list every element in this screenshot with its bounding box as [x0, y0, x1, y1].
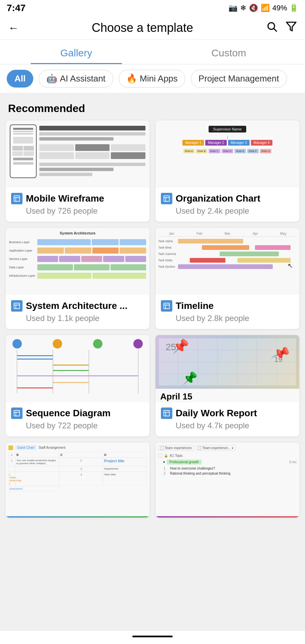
- search-icon[interactable]: [266, 21, 277, 35]
- section-recommended: Recommended: [0, 93, 305, 120]
- svg-rect-3: [14, 196, 20, 202]
- chip-pm[interactable]: Project Management: [191, 70, 287, 88]
- card-title-org-chart: Organization Chart: [176, 193, 260, 204]
- template-card-mobile-wireframe[interactable]: Mobile Wireframe Used by 726 people: [5, 120, 150, 222]
- status-icons: 📷 ❄ 🔇 📶 49% 🔋: [228, 4, 298, 12]
- card-usage-timeline: Used by 2.8k people: [176, 314, 294, 323]
- top-nav: ← Choose a template: [0, 16, 305, 40]
- preview-timeline: Jan Feb Mar Apr May Task Alpha: [156, 228, 299, 295]
- chip-ai-label: AI Assistant: [60, 73, 105, 84]
- template-card-timeline[interactable]: Jan Feb Mar Apr May Task Alpha: [155, 227, 300, 329]
- card-icon-sequence-diagram: [11, 408, 23, 419]
- svg-rect-18: [164, 411, 170, 416]
- card-usage-org-chart: Used by 2.4k people: [176, 206, 294, 216]
- preview-system-arch: System Architecture Business Layer Appli…: [6, 228, 149, 295]
- filter-icon[interactable]: [286, 21, 297, 35]
- preview-daily-work-report: 25 19 📌 📌 📌 April 15 To-do list...: [156, 335, 299, 402]
- nav-icons: [266, 21, 297, 35]
- template-card-org-chart[interactable]: Supervisor Name Manager 1 Manager 2 Mana…: [155, 120, 300, 222]
- preview-mobile-wireframe: [6, 120, 149, 187]
- template-card-sequence-diagram[interactable]: Sequence Diagram Used by 722 people: [5, 335, 150, 437]
- chip-mini-label: Mini Apps: [140, 73, 178, 84]
- svg-line-1: [274, 29, 276, 31]
- ai-icon: 🤖: [46, 73, 57, 84]
- card-usage-sequence-diagram: Used by 722 people: [26, 421, 144, 430]
- template-card-system-arch[interactable]: System Architecture Business Layer Appli…: [5, 227, 150, 329]
- template-card-gantt[interactable]: Gantt Chart Staff Arrangement A B C D 1 …: [5, 442, 150, 518]
- home-indicator: [0, 631, 305, 644]
- fire-icon: 🔥: [126, 73, 137, 84]
- filter-row: All 🤖 AI Assistant 🔥 Mini Apps Project M…: [0, 64, 305, 93]
- chip-all[interactable]: All: [7, 70, 33, 88]
- template-card-daily-work-report[interactable]: 25 19 📌 📌 📌 April 15 To-do list... Daily…: [155, 335, 300, 437]
- card-title-sequence-diagram: Sequence Diagram: [26, 408, 111, 419]
- svg-rect-9: [14, 303, 20, 309]
- chip-mini[interactable]: 🔥 Mini Apps: [119, 70, 185, 88]
- report-date: April 15: [156, 389, 299, 402]
- preview-sequence-diagram: [6, 335, 149, 402]
- battery-label: 49% 🔋: [272, 4, 298, 12]
- card-usage-daily-work-report: Used by 4.7k people: [176, 421, 294, 430]
- tab-custom[interactable]: Custom: [152, 40, 305, 64]
- tab-gallery[interactable]: Gallery: [0, 40, 152, 64]
- page-title: Choose a template: [92, 21, 193, 35]
- chip-pm-label: Project Management: [199, 73, 279, 84]
- card-title-daily-work-report: Daily Work Report: [176, 408, 257, 419]
- card-icon-daily-work-report: [161, 408, 172, 419]
- card-title-mobile-wireframe: Mobile Wireframe: [26, 193, 104, 204]
- home-bar: [132, 636, 173, 637]
- content-area: Recommended: [0, 93, 305, 523]
- svg-marker-2: [287, 22, 296, 31]
- svg-rect-15: [14, 411, 20, 416]
- status-bar: 7:47 📷 ❄ 🔇 📶 49% 🔋: [0, 0, 305, 16]
- svg-rect-6: [164, 196, 170, 202]
- card-icon-system-arch: [11, 300, 23, 312]
- back-button[interactable]: ←: [8, 22, 19, 34]
- phone-sketch: [10, 124, 37, 178]
- card-title-system-arch: System Architecture ...: [26, 301, 127, 311]
- card-icon-timeline: [161, 300, 172, 312]
- svg-rect-12: [164, 303, 170, 309]
- preview-gantt: Gantt Chart Staff Arrangement A B C D 1 …: [6, 442, 149, 516]
- tabs: Gallery Custom: [0, 40, 305, 64]
- card-title-timeline: Timeline: [176, 301, 214, 311]
- camera-icon: 📷: [228, 4, 237, 12]
- chip-ai[interactable]: 🤖 AI Assistant: [39, 70, 113, 88]
- preview-org-chart: Supervisor Name Manager 1 Manager 2 Mana…: [156, 120, 299, 187]
- status-time: 7:47: [7, 3, 26, 13]
- wifi-icon: 📶: [261, 4, 270, 12]
- svg-point-0: [268, 23, 275, 30]
- template-card-team-collab[interactable]: Team experiences Team experience... ▾ 🔒 …: [155, 442, 300, 518]
- partial-template-grid: Gantt Chart Staff Arrangement A B C D 1 …: [0, 442, 305, 523]
- mute-icon: 🔇: [249, 4, 258, 12]
- card-usage-system-arch: Used by 1.1k people: [26, 314, 144, 323]
- preview-team-collab: Team experiences Team experience... ▾ 🔒 …: [156, 442, 299, 516]
- card-icon-org-chart: [161, 193, 172, 204]
- bluetooth-icon: ❄: [240, 4, 246, 12]
- chip-all-label: All: [14, 73, 26, 84]
- template-grid: Mobile Wireframe Used by 726 people Supe…: [0, 120, 305, 442]
- card-icon-mobile-wireframe: [11, 193, 23, 204]
- card-usage-mobile-wireframe: Used by 726 people: [26, 206, 144, 216]
